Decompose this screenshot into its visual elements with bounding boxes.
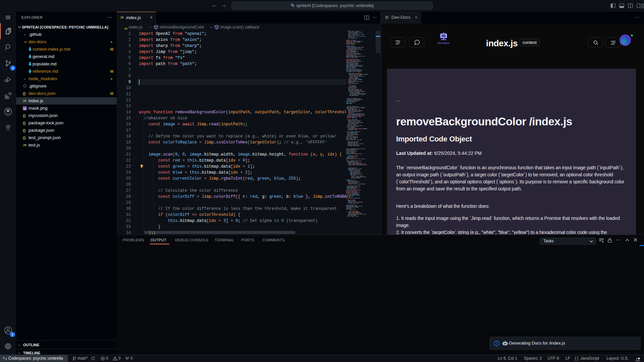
- svg-text:Dev-Docs: Dev-Docs: [6, 129, 11, 131]
